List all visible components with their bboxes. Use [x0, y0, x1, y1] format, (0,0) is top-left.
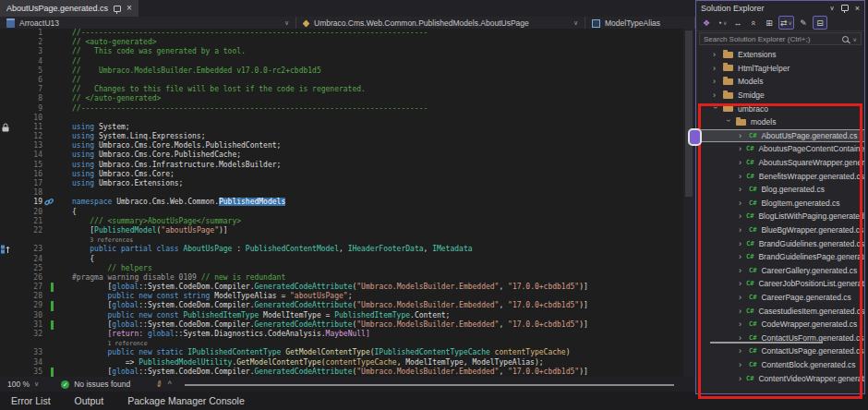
codelens-references[interactable]: 3 references	[90, 235, 133, 245]
switch-views-icon[interactable]: ❖	[700, 17, 713, 29]
tree-item[interactable]: ›Extensions	[696, 48, 864, 62]
pending-changes-icon[interactable]: ◔∨	[716, 17, 729, 29]
bottom-tab-package-manager-console[interactable]: Package Manager Console	[127, 395, 245, 406]
csharp-file-icon: C#	[749, 267, 756, 274]
tree-item[interactable]: ›C#BlueBgWrapper.generated.cs	[696, 223, 864, 237]
close-icon[interactable]: ×	[127, 4, 132, 13]
search-hint: Search Solution Explorer (Ctrl+;)	[704, 35, 810, 43]
tree-item[interactable]: ›C#AboutusSquareWrapper.generate	[696, 156, 864, 170]
pin-icon[interactable]	[114, 6, 121, 12]
preview-selected-items-icon[interactable]: ⊟	[813, 16, 827, 30]
code-line: 22 [PublishedModel("aboutUsPage")]	[0, 226, 695, 235]
chevron-down-icon[interactable]: ∨	[34, 380, 39, 388]
chevron-down-icon: ∨	[573, 19, 578, 27]
issues-status[interactable]: No issues found	[74, 380, 130, 389]
pin-icon[interactable]	[841, 5, 849, 11]
bottom-tab-output[interactable]: Output	[75, 395, 104, 406]
tree-item[interactable]: ›C#ContactUsPage.generated.cs	[696, 344, 864, 358]
project-dropdown[interactable]: ArroactU13 ∨	[0, 17, 296, 30]
tree-item[interactable]: ›C#CareerJobPositionList.generated.c	[696, 277, 864, 291]
caret-up-icon[interactable]: ^	[168, 380, 172, 389]
tree-item[interactable]: ›C#BenefitsWrapper.generated.cs	[696, 169, 864, 183]
changed-lines-bar	[51, 368, 54, 377]
chevron-collapsed-icon[interactable]: ›	[739, 185, 744, 194]
code-editor[interactable]: 1//-------------------------------------…	[0, 29, 695, 377]
tree-item[interactable]: ›C#AboutusPageContentContainer.ge	[696, 142, 864, 156]
scrollbar-thumb[interactable]	[685, 30, 693, 197]
tree-item[interactable]: ›C#BlogItem.generated.cs	[696, 197, 864, 211]
member-dropdown[interactable]: ModelTypeAlias	[585, 17, 695, 30]
chevron-down-icon[interactable]: ∨	[853, 36, 857, 42]
chevron-collapsed-icon[interactable]: ›	[739, 158, 741, 167]
edit-icon[interactable]: ✎	[797, 17, 810, 29]
selection-indicator-pill	[688, 128, 702, 146]
chevron-collapsed-icon[interactable]: ›	[739, 307, 741, 316]
tree-item[interactable]: ›HtmlTagHelper	[696, 62, 864, 76]
tree-item-label: AboutusPageContentContainer.ge	[758, 144, 864, 153]
tree-item[interactable]: ›Smidge	[696, 89, 864, 102]
tree-item[interactable]: ›C#CareerGallery.generated.cs	[696, 264, 864, 278]
tree-horizontal-scrollbar[interactable]	[710, 342, 823, 344]
tree-item[interactable]: ›C#CareerPage.generated.cs	[696, 291, 864, 305]
tree-item[interactable]: ›C#BrandGuidelinesPage.generated.c	[696, 250, 864, 264]
tree-item[interactable]: ›models	[696, 115, 864, 129]
chevron-collapsed-icon[interactable]: ›	[739, 252, 741, 261]
tree-item-label: Extensions	[738, 50, 777, 59]
chevron-collapsed-icon[interactable]: ›	[739, 131, 744, 140]
chevron-expanded-icon[interactable]: ›	[711, 106, 720, 112]
copy-properties-icon[interactable]: ⊞	[763, 17, 776, 29]
chevron-collapsed-icon[interactable]: ›	[713, 64, 718, 73]
tree-item[interactable]: ›C#ContentBlock.generated.cs	[696, 358, 864, 372]
sync-namespaces-icon[interactable]: ↔	[731, 17, 744, 29]
chevron-collapsed-icon[interactable]: ›	[739, 266, 744, 275]
tree-item[interactable]: ›umbraco	[696, 102, 864, 115]
tree-item[interactable]: ›Models	[696, 75, 864, 89]
close-icon[interactable]: ×	[855, 4, 860, 13]
collapse-all-icon[interactable]: «	[747, 17, 760, 29]
line-number: 27	[0, 283, 42, 292]
chevron-collapsed-icon[interactable]: ›	[739, 225, 744, 235]
chevron-collapsed-icon[interactable]: ›	[739, 279, 741, 288]
search-icon[interactable]	[842, 36, 849, 42]
chevron-collapsed-icon[interactable]: ›	[739, 346, 744, 356]
tab-aboutuspage[interactable]: AboutUsPage.generated.cs ×	[0, 0, 139, 17]
codelens-references[interactable]: 1 reference	[108, 339, 148, 348]
editor-horizontal-scrollbar[interactable]	[185, 384, 674, 386]
tree-item[interactable]: ›C#CodeWrapper.generated.cs	[696, 318, 864, 332]
editor-vertical-scrollbar[interactable]	[683, 29, 694, 377]
window-position-icon[interactable]: ∨	[830, 5, 835, 12]
tree-item-label: ContentBlock.generated.cs	[761, 360, 855, 369]
chevron-collapsed-icon[interactable]: ›	[739, 172, 741, 181]
tree-item[interactable]: ›C#Blog.generated.cs	[696, 183, 864, 197]
type-dropdown[interactable]: Umbraco.Cms.Web.Common.PublishedModels.A…	[296, 17, 585, 30]
tree-item-label: BrandGuidelines.generated.cs	[759, 239, 864, 248]
bottom-tab-error-list[interactable]: Error List	[11, 395, 51, 406]
sync-with-active-document-icon[interactable]: ⇄∨	[778, 16, 794, 30]
chevron-collapsed-icon[interactable]: ›	[713, 90, 718, 100]
code-line: 5// Umbraco.ModelsBuilder.Embedded v17.0…	[0, 66, 695, 76]
code-cleanup-icon[interactable]: ✐	[154, 379, 165, 391]
tree-item-label: models	[751, 117, 776, 127]
tree-item[interactable]: ›C#ContentVideoWrapper.generated.	[696, 371, 864, 385]
chevron-collapsed-icon[interactable]: ›	[739, 374, 741, 383]
chevron-collapsed-icon[interactable]: ›	[739, 360, 744, 369]
chevron-collapsed-icon[interactable]: ›	[713, 50, 718, 59]
tree-item[interactable]: ›C#BrandGuidelines.generated.cs	[696, 236, 864, 250]
tree-item[interactable]: ›C#BlogListWithPaging.generated.cs	[696, 210, 864, 223]
folder-icon	[736, 119, 746, 126]
search-input[interactable]: Search Solution Explorer (Ctrl+;) ∨	[699, 32, 862, 45]
chevron-collapsed-icon[interactable]: ›	[739, 211, 741, 221]
zoom-level[interactable]: 100 %	[7, 380, 30, 389]
chevron-expanded-icon[interactable]: ›	[724, 119, 733, 125]
chevron-collapsed-icon[interactable]: ›	[739, 144, 741, 153]
code-text: {	[72, 255, 94, 264]
ide-window: AboutUsPage.generated.cs × ArroactU13 ∨ …	[0, 0, 868, 410]
chevron-collapsed-icon[interactable]: ›	[713, 77, 718, 86]
tree-item[interactable]: ›C#AboutUsPage.generated.cs	[696, 129, 864, 143]
chevron-collapsed-icon[interactable]: ›	[739, 239, 741, 248]
chevron-collapsed-icon[interactable]: ›	[739, 293, 744, 302]
csharp-file-icon: C#	[749, 186, 756, 193]
chevron-collapsed-icon[interactable]: ›	[739, 199, 744, 208]
chevron-collapsed-icon[interactable]: ›	[739, 320, 744, 329]
tree-item[interactable]: ›C#CasestudiesItem.generated.cs	[696, 304, 864, 318]
